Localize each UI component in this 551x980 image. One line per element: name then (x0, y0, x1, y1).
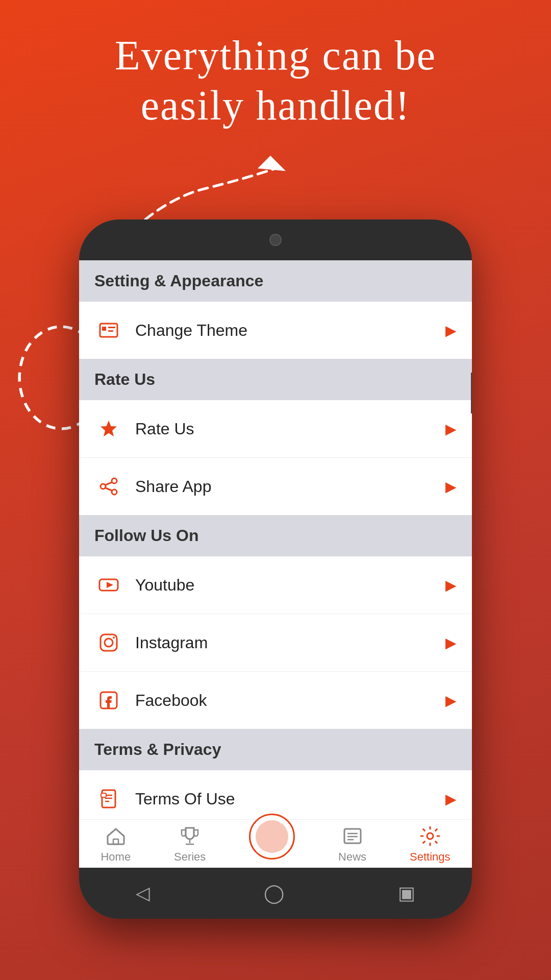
section-header-settings: Setting & Appearance (79, 260, 472, 302)
home-button[interactable]: ◯ (264, 883, 284, 904)
svg-marker-6 (101, 421, 117, 436)
menu-card-rate: Rate Us ▶ Share App ▶ (79, 400, 472, 515)
svg-rect-5 (108, 330, 113, 332)
chevron-right-icon: ▶ (445, 421, 457, 437)
chevron-right-icon: ▶ (445, 634, 457, 651)
chevron-right-icon: ▶ (445, 478, 457, 495)
chevron-right-icon: ▶ (445, 791, 457, 807)
menu-item-facebook[interactable]: Facebook ▶ (79, 672, 472, 729)
center-button-inner (256, 820, 288, 853)
facebook-icon (94, 686, 123, 715)
svg-point-32 (427, 833, 433, 839)
menu-card-follow: Youtube ▶ Instagram ▶ (79, 556, 472, 729)
svg-marker-13 (107, 582, 113, 588)
home-nav-label: Home (101, 850, 131, 864)
youtube-label: Youtube (135, 576, 445, 595)
svg-line-10 (106, 482, 112, 485)
instagram-icon (94, 628, 123, 657)
share-icon (94, 472, 123, 501)
facebook-label: Facebook (135, 691, 445, 710)
recent-button[interactable]: ▣ (398, 883, 415, 904)
chevron-right-icon: ▶ (445, 692, 457, 709)
chevron-right-icon: ▶ (445, 322, 457, 339)
phone-screen: Setting & Appearance Change Theme ▶ (79, 260, 472, 868)
section-header-rate: Rate Us (79, 359, 472, 400)
menu-card-terms: Terms Of Use ▶ Privacy Policy ▶ (79, 770, 472, 819)
android-navigation: ◁ ◯ ▣ (79, 868, 472, 919)
menu-item-instagram[interactable]: Instagram ▶ (79, 614, 472, 672)
chevron-right-icon: ▶ (445, 577, 457, 594)
hero-line2: easily handled! (31, 81, 520, 131)
svg-point-7 (112, 478, 117, 483)
instagram-label: Instagram (135, 633, 445, 652)
svg-rect-22 (101, 793, 106, 797)
news-icon (341, 825, 364, 847)
svg-marker-0 (258, 156, 286, 171)
bottom-navigation: Home Series (79, 819, 472, 868)
phone-top-bar (79, 219, 472, 260)
rate-us-label: Rate Us (135, 420, 445, 438)
youtube-icon (94, 571, 123, 599)
svg-line-11 (106, 488, 112, 491)
nav-item-home[interactable]: Home (101, 825, 131, 864)
svg-point-9 (101, 484, 106, 489)
center-button[interactable] (249, 814, 295, 860)
terms-icon (94, 785, 123, 813)
section-header-follow: Follow Us On (79, 515, 472, 556)
svg-rect-3 (102, 327, 106, 331)
phone-mockup: Setting & Appearance Change Theme ▶ (79, 219, 472, 919)
back-button[interactable]: ◁ (136, 883, 150, 904)
section-header-terms: Terms & Privacy (79, 729, 472, 770)
menu-item-change-theme[interactable]: Change Theme ▶ (79, 302, 472, 359)
nav-item-series[interactable]: Series (174, 825, 206, 864)
terms-of-use-label: Terms Of Use (135, 790, 445, 808)
menu-item-terms-of-use[interactable]: Terms Of Use ▶ (79, 770, 472, 819)
theme-icon (94, 316, 123, 345)
menu-item-rate-us[interactable]: Rate Us ▶ (79, 400, 472, 458)
share-app-label: Share App (135, 477, 445, 496)
svg-point-8 (112, 489, 117, 495)
menu-item-youtube[interactable]: Youtube ▶ (79, 556, 472, 614)
nav-item-settings[interactable]: Settings (410, 825, 450, 864)
phone-camera (269, 234, 282, 246)
hero-text: Everything can be easily handled! (0, 31, 551, 131)
settings-content: Setting & Appearance Change Theme ▶ (79, 260, 472, 819)
settings-icon (419, 825, 441, 847)
svg-point-15 (105, 639, 113, 647)
nav-item-center[interactable] (249, 829, 295, 860)
star-icon (94, 414, 123, 443)
series-nav-label: Series (174, 850, 206, 864)
nav-item-news[interactable]: News (338, 825, 366, 864)
svg-rect-4 (108, 327, 115, 328)
trophy-icon (179, 825, 201, 847)
svg-point-16 (113, 636, 115, 639)
home-icon (105, 825, 127, 847)
menu-card-settings: Change Theme ▶ (79, 302, 472, 359)
news-nav-label: News (338, 850, 366, 864)
change-theme-label: Change Theme (135, 321, 445, 340)
menu-item-share-app[interactable]: Share App ▶ (79, 458, 472, 515)
hero-line1: Everything can be (31, 31, 520, 81)
settings-nav-label: Settings (410, 850, 450, 864)
